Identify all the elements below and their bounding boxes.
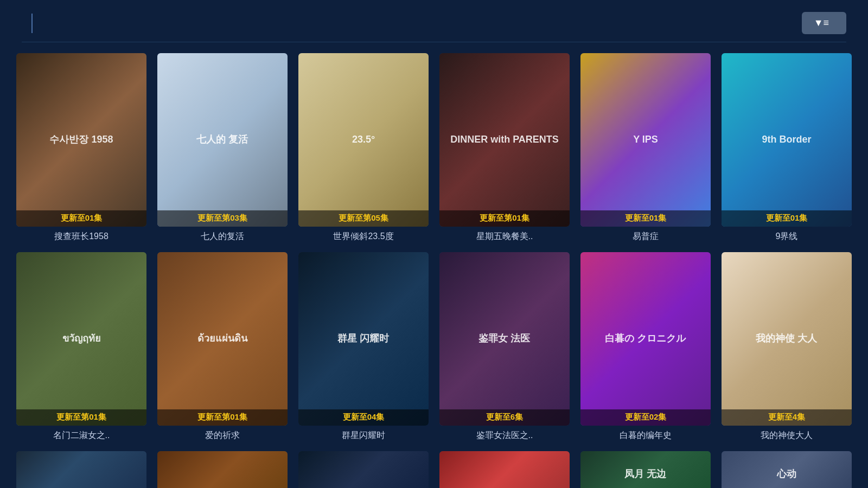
show-card[interactable]: 七人的 复活更新至第03集七人的复活: [157, 53, 288, 242]
page-header: ▼≡: [0, 0, 868, 42]
show-poster: DINNER with PARENTS更新至第01集: [439, 53, 570, 227]
show-poster: 凤月 无边: [580, 451, 711, 488]
show-card[interactable]: [298, 451, 429, 488]
show-card[interactable]: ขวัญฤทัย更新至第01集名门二淑女之..: [16, 252, 146, 441]
show-poster: 鉴罪女 法医更新至6集: [439, 252, 570, 426]
show-card[interactable]: 心动: [722, 451, 852, 488]
update-badge: 更新至01集: [722, 210, 852, 227]
poster-overlay-text: 9th Border: [722, 53, 852, 227]
update-badge: 更新至6集: [439, 409, 570, 426]
show-poster: ด้วยแผ่นดิน更新至第01集: [157, 252, 288, 426]
poster-inner: 我的神使 大人更新至4集: [722, 252, 852, 426]
poster-overlay-text: 수사반장 1958: [16, 53, 146, 227]
poster-overlay-text: 群星 闪耀时: [298, 252, 429, 426]
show-poster: 白暮の クロニクル更新至02集: [580, 252, 711, 426]
poster-overlay-text: ด้วยแผ่นดิน: [157, 252, 288, 426]
poster-overlay-text: 鉴罪女 法医: [439, 252, 570, 426]
show-title: 群星闪耀时: [298, 430, 429, 441]
poster-inner: [439, 451, 570, 488]
poster-overlay-text: 23.5°: [298, 53, 429, 227]
poster-overlay-text: 白暮の クロニクル: [580, 252, 711, 426]
show-poster: 我的神使 大人更新至4集: [722, 252, 852, 426]
show-poster: 群星 闪耀时更新至04集: [298, 252, 429, 426]
show-poster: [157, 451, 288, 488]
show-card[interactable]: ด้วยแผ่นดิน更新至第01集爱的祈求: [157, 252, 288, 441]
show-poster: 9th Border更新至01集: [722, 53, 852, 227]
show-title: 爱的祈求: [157, 430, 288, 441]
poster-inner: ขวัญฤทัย更新至第01集: [16, 252, 146, 426]
show-card[interactable]: 我的神使 大人更新至4集我的神使大人: [722, 252, 852, 441]
show-poster: 心动: [722, 451, 852, 488]
show-poster: Y IPS更新至01集: [580, 53, 711, 227]
poster-inner: [157, 451, 288, 488]
update-badge: 更新至02集: [580, 409, 711, 426]
show-card[interactable]: Y IPS更新至01集易普症: [580, 53, 711, 242]
show-title: 世界倾斜23.5度: [298, 231, 429, 242]
show-title: 名门二淑女之..: [16, 430, 146, 441]
poster-inner: DINNER with PARENTS更新至第01集: [439, 53, 570, 227]
poster-inner: 心动: [722, 451, 852, 488]
poster-inner: 23.5°更新至第05集: [298, 53, 429, 227]
poster-inner: [16, 451, 146, 488]
poster-inner: 群星 闪耀时更新至04集: [298, 252, 429, 426]
show-title: 我的神使大人: [722, 430, 852, 441]
show-poster: 七人的 复活更新至第03集: [157, 53, 288, 227]
show-card[interactable]: 9th Border更新至01集9界线: [722, 53, 852, 242]
poster-inner: 9th Border更新至01集: [722, 53, 852, 227]
update-badge: 更新至第01集: [16, 409, 146, 426]
show-card[interactable]: 群星 闪耀时更新至04集群星闪耀时: [298, 252, 429, 441]
update-badge: 更新至04集: [298, 409, 429, 426]
update-badge: 更新至4集: [722, 409, 852, 426]
show-card[interactable]: DINNER with PARENTS更新至第01集星期五晚餐美..: [439, 53, 570, 242]
show-title: 9界线: [722, 231, 852, 242]
show-card[interactable]: 白暮の クロニクル更新至02集白暮的编年史: [580, 252, 711, 441]
show-card[interactable]: [16, 451, 146, 488]
show-poster: ขวัญฤทัย更新至第01集: [16, 252, 146, 426]
header-divider: [31, 14, 33, 33]
show-poster: [298, 451, 429, 488]
show-poster: 23.5°更新至第05集: [298, 53, 429, 227]
poster-overlay-text: DINNER with PARENTS: [439, 53, 570, 227]
update-badge: 更新至第01集: [439, 210, 570, 227]
poster-overlay-text: 凤月 无边: [580, 451, 711, 488]
filter-icon: ▼≡: [814, 17, 829, 29]
poster-inner: 凤月 无边: [580, 451, 711, 488]
poster-overlay-text: ขวัญฤทัย: [16, 252, 146, 426]
show-card[interactable]: 23.5°更新至第05集世界倾斜23.5度: [298, 53, 429, 242]
poster-inner: Y IPS更新至01集: [580, 53, 711, 227]
poster-overlay-text: 心动: [722, 451, 852, 488]
show-poster: 수사반장 1958更新至01集: [16, 53, 146, 227]
poster-overlay-text: Y IPS: [580, 53, 711, 227]
poster-inner: 鉴罪女 法医更新至6集: [439, 252, 570, 426]
show-poster: [16, 451, 146, 488]
menu-button[interactable]: ▼≡: [802, 12, 846, 34]
show-title: 七人的复活: [157, 231, 288, 242]
update-badge: 更新至第03集: [157, 210, 288, 227]
update-badge: 更新至第05集: [298, 210, 429, 227]
show-card[interactable]: 凤月 无边: [580, 451, 711, 488]
show-title: 易普症: [580, 231, 711, 242]
header-left: [22, 14, 42, 33]
update-badge: 更新至第01集: [157, 409, 288, 426]
show-title: 搜查班长1958: [16, 231, 146, 242]
poster-overlay-text: 七人的 复活: [157, 53, 288, 227]
poster-inner: 白暮の クロニクル更新至02集: [580, 252, 711, 426]
show-card[interactable]: 수사반장 1958更新至01集搜查班长1958: [16, 53, 146, 242]
show-grid: 수사반장 1958更新至01集搜查班长1958七人的 复活更新至第03集七人的复…: [0, 48, 868, 488]
show-card[interactable]: 鉴罪女 法医更新至6集鉴罪女法医之..: [439, 252, 570, 441]
poster-inner: 七人的 复活更新至第03集: [157, 53, 288, 227]
poster-overlay-text: 我的神使 大人: [722, 252, 852, 426]
update-badge: 更新至01集: [580, 210, 711, 227]
poster-inner: [298, 451, 429, 488]
show-title: 白暮的编年史: [580, 430, 711, 441]
poster-inner: ด้วยแผ่นดิน更新至第01集: [157, 252, 288, 426]
show-title: 鉴罪女法医之..: [439, 430, 570, 441]
show-title: 星期五晚餐美..: [439, 231, 570, 242]
show-card[interactable]: [157, 451, 288, 488]
poster-inner: 수사반장 1958更新至01集: [16, 53, 146, 227]
header-divider-line: [22, 42, 846, 42]
update-badge: 更新至01集: [16, 210, 146, 227]
show-card[interactable]: [439, 451, 570, 488]
show-poster: [439, 451, 570, 488]
